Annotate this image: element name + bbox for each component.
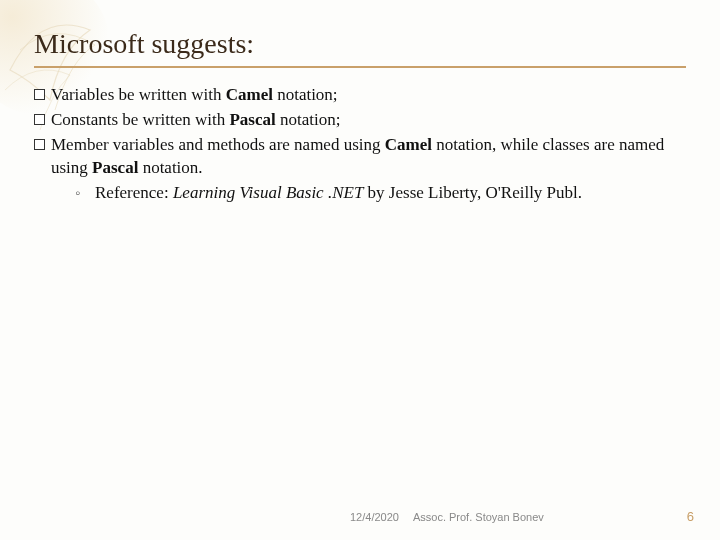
list-item: Variables be written with Camel notation… bbox=[34, 84, 686, 107]
bullet-list: Variables be written with Camel notation… bbox=[34, 84, 686, 205]
page-number: 6 bbox=[687, 509, 694, 524]
footer-date: 12/4/2020 bbox=[350, 511, 399, 523]
bullet-text: Constants be written with Pascal notatio… bbox=[51, 109, 686, 132]
checkbox-icon bbox=[34, 89, 45, 100]
slide-title: Microsoft suggests: bbox=[34, 28, 686, 60]
title-underline bbox=[34, 66, 686, 68]
circle-bullet-icon: ◦ bbox=[75, 183, 89, 203]
checkbox-icon bbox=[34, 139, 45, 150]
sub-list-item: ◦ Reference: Learning Visual Basic .NET … bbox=[75, 182, 686, 205]
list-item: Member variables and methods are named u… bbox=[34, 134, 686, 205]
list-item: Constants be written with Pascal notatio… bbox=[34, 109, 686, 132]
slide-footer: 12/4/2020 Assoc. Prof. Stoyan Bonev 6 bbox=[0, 509, 720, 524]
sub-bullet-text: Reference: Learning Visual Basic .NET by… bbox=[95, 182, 686, 205]
checkbox-icon bbox=[34, 114, 45, 125]
bullet-text: Variables be written with Camel notation… bbox=[51, 84, 686, 107]
bullet-text: Member variables and methods are named u… bbox=[51, 134, 686, 205]
slide-content: Microsoft suggests: Variables be written… bbox=[0, 0, 720, 205]
footer-author: Assoc. Prof. Stoyan Bonev bbox=[413, 511, 544, 523]
